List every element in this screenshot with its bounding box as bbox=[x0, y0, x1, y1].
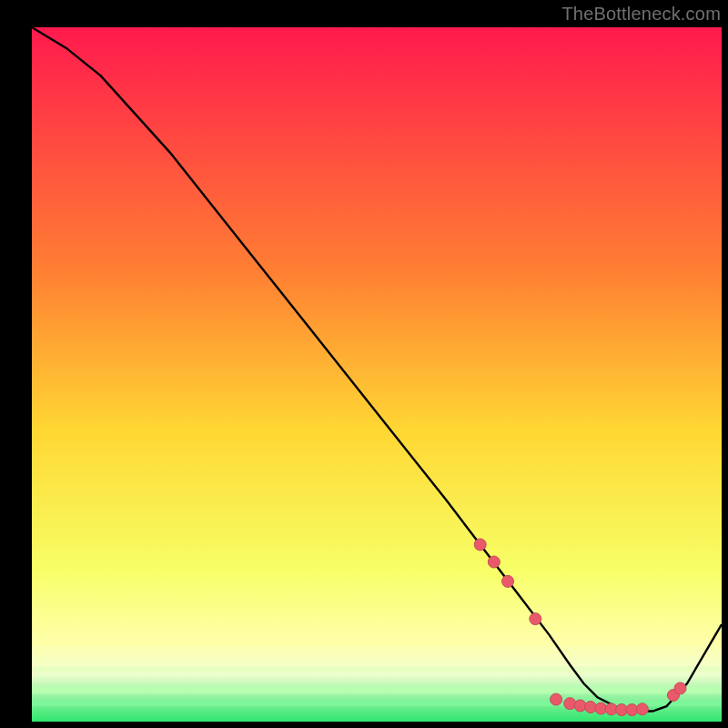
watermark-text: TheBottleneck.com bbox=[561, 4, 721, 25]
highlight-dot bbox=[474, 539, 486, 551]
highlight-dot bbox=[488, 556, 500, 568]
color-band bbox=[32, 638, 722, 645]
highlight-dot bbox=[564, 698, 576, 710]
highlight-dot bbox=[502, 575, 514, 587]
highlight-dot bbox=[674, 682, 686, 694]
highlight-dot bbox=[551, 693, 562, 705]
color-band bbox=[32, 666, 722, 673]
gradient-background bbox=[32, 27, 722, 722]
highlight-dot bbox=[636, 703, 648, 715]
color-band bbox=[32, 687, 722, 694]
bottleneck-plot bbox=[0, 0, 728, 728]
chart-stage: TheBottleneck.com bbox=[0, 0, 728, 728]
highlight-dot bbox=[530, 613, 541, 625]
